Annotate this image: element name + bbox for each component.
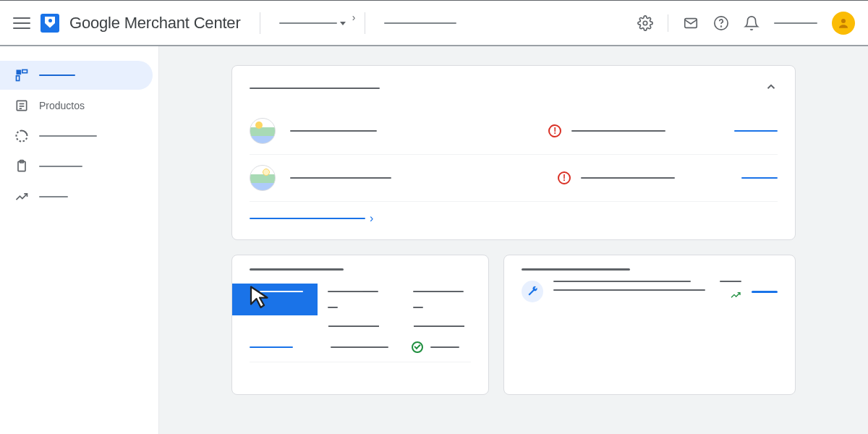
svg-point-0 [643,21,647,25]
wrench-icon [522,281,543,302]
sidebar-item-label [39,166,82,167]
metric-tile[interactable] [403,284,488,315]
opportunity-action-link[interactable] [752,291,778,293]
list-icon [14,98,29,113]
svg-point-3 [721,26,722,27]
product-thumbnail [250,118,276,144]
dashboard-icon [14,68,29,82]
alert-icon: ! [558,171,571,184]
issue-row[interactable]: ! [250,155,778,202]
help-icon[interactable] [713,15,729,31]
metric-tile[interactable] [318,284,403,315]
svg-rect-6 [22,70,27,73]
chevron-right-icon: › [352,12,356,23]
opportunity-metric [720,281,741,282]
merchant-center-logo [41,14,59,33]
sidebar-item-growth[interactable] [0,182,153,211]
issue-action-link[interactable] [741,177,778,179]
svg-point-4 [841,19,846,23]
sidebar-item-label [39,75,75,76]
sidebar-item-label: Productos [39,100,85,111]
gear-icon[interactable] [637,15,653,31]
sidebar-item-label [39,196,68,197]
svg-rect-8 [20,74,27,80]
bell-icon[interactable] [744,15,760,31]
issue-desc-placeholder [571,130,665,132]
metric-status [430,346,459,348]
sidebar-item-performance[interactable] [0,122,153,150]
sidebar-item-overview[interactable] [0,61,153,90]
opportunity-title [553,281,691,282]
opportunity-desc [553,289,705,291]
divider [365,12,365,34]
issues-card: ! ! › [231,65,796,240]
trend-up-icon [730,289,741,304]
metric-tile-selected[interactable] [232,284,318,315]
metric-tiles [232,284,488,315]
cursor-icon [247,284,273,310]
sidebar: Productos [0,46,159,434]
user-account-placeholder[interactable] [774,22,817,24]
card-title [250,268,344,271]
metric-detail-row [250,362,471,381]
avatar[interactable] [832,12,855,35]
sidebar-item-marketing[interactable] [0,152,153,181]
collapse-icon[interactable] [765,80,778,96]
metrics-card [231,255,489,395]
product-thumbnail [250,165,276,191]
app-title: Google Merchant Center [69,14,241,33]
issue-title-placeholder [290,177,391,179]
main-content: ! ! › [159,46,868,434]
chevron-down-icon [340,22,346,25]
issue-row[interactable]: ! [250,108,778,155]
issue-title-placeholder [290,130,377,132]
opportunity-card [503,255,796,395]
account-dropdown[interactable]: › [279,22,346,24]
sidebar-item-products[interactable]: Productos [0,91,153,120]
mail-icon[interactable] [683,15,699,31]
divider [260,12,260,34]
check-icon [412,341,423,353]
metric-label [331,346,388,348]
sidebar-item-label [39,135,97,137]
svg-rect-5 [17,70,22,75]
app-header: Google Merchant Center › [0,0,868,46]
card-title [522,268,630,271]
trend-icon [14,190,29,204]
breadcrumb-placeholder [384,22,456,24]
divider [668,14,668,32]
donut-icon [14,129,29,143]
chevron-right-icon: › [370,212,373,225]
clipboard-icon [14,159,29,174]
alert-icon: ! [548,124,561,137]
metric-link[interactable] [250,346,293,348]
card-title [250,88,380,90]
metric-detail-row [250,331,471,362]
svg-rect-7 [17,76,20,81]
menu-icon[interactable] [13,14,30,32]
card-footer-link[interactable]: › [250,202,778,225]
issue-desc-placeholder [581,177,675,179]
issue-action-link[interactable] [734,130,778,132]
